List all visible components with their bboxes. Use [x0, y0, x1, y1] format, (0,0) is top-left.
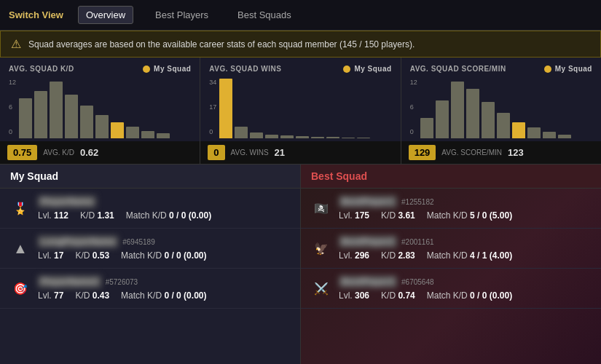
- player-rank-icon: 🎖️: [10, 198, 31, 218]
- bar: [65, 95, 78, 138]
- player-kd: K/D 1.31: [80, 210, 114, 221]
- player-match-kd: Match K/D 0 / 0 (0.00): [126, 210, 211, 221]
- bar: [527, 127, 541, 138]
- player-name: BestPlayer2: [339, 236, 397, 248]
- bar: [280, 135, 294, 138]
- player-kd: K/D 2.83: [381, 250, 415, 261]
- tab-best-squads[interactable]: Best Squads: [230, 7, 299, 23]
- score-y-max: 12: [410, 79, 417, 86]
- chart-kd: AVG. SQUAD K/D My Squad 12 6 0: [0, 58, 200, 164]
- alert-banner: ⚠ Squad averages are based on the availa…: [0, 31, 601, 58]
- wins-y-mid: 17: [209, 103, 216, 111]
- bar: [436, 100, 449, 138]
- bar: [95, 115, 109, 138]
- player-info: BestPlayer3 #6705648 Lvl. 306 K/D 0.74 M…: [339, 276, 591, 301]
- wins-legend-dot: [343, 66, 350, 73]
- player-kd: K/D 0.53: [75, 250, 109, 261]
- player-match-kd: Match K/D 5 / 0 (5.00): [427, 210, 512, 221]
- player-lvl: Lvl. 175: [339, 210, 369, 221]
- wins-stat-highlight: 0: [208, 145, 224, 160]
- bar: [326, 137, 339, 138]
- player-info: PlayerName Lvl. 112 K/D 1.31 Match K/D 0…: [38, 196, 290, 221]
- kd-stat-label: AVG. K/D: [37, 149, 80, 157]
- wins-stat-label: AVG. WINS: [225, 149, 275, 157]
- player-name: PlayerName: [38, 196, 96, 207]
- my-squad-panel: My Squad 🎖️ PlayerName Lvl. 112 K/D 1.31…: [0, 165, 301, 364]
- kd-y-min: 0: [9, 128, 12, 135]
- wins-y-min: 0: [209, 128, 213, 135]
- score-legend-dot: [544, 66, 551, 73]
- score-y-min: 0: [410, 128, 414, 135]
- player-lvl: Lvl. 296: [339, 250, 369, 261]
- chart-score: AVG. SQUAD SCORE/MIN My Squad 12 6 0: [401, 58, 601, 164]
- tab-best-players[interactable]: Best Players: [148, 7, 216, 23]
- player-info: PlayerName3 #5726073 Lvl. 77 K/D 0.43 Ma…: [38, 276, 290, 301]
- player-name-row: LongPlayerName #6945189: [38, 236, 290, 248]
- player-rank-icon: 🦅: [311, 238, 331, 258]
- chart-wins-title: AVG. SQUAD WINS My Squad: [209, 65, 391, 73]
- bar: [34, 91, 47, 138]
- charts-row: AVG. SQUAD K/D My Squad 12 6 0: [0, 58, 601, 165]
- player-match-kd: Match K/D 0 / 0 (0.00): [427, 290, 512, 301]
- player-lvl: Lvl. 306: [339, 290, 369, 301]
- wins-legend: My Squad: [343, 65, 391, 73]
- player-name: PlayerName3: [38, 276, 101, 288]
- best-squad-player-row: ⚔️ BestPlayer3 #6705648 Lvl. 306 K/D 0.7…: [301, 269, 601, 309]
- bar: [296, 136, 309, 138]
- tab-overview[interactable]: Overview: [78, 6, 133, 24]
- kd-legend: My Squad: [143, 65, 191, 73]
- score-stats: 129 AVG. SCORE/MIN 123: [401, 141, 601, 164]
- bar: [50, 82, 63, 138]
- score-stat-label: AVG. SCORE/MIN: [436, 149, 508, 157]
- kd-stat-value: 0.62: [80, 147, 98, 158]
- chart-kd-area: 12 6 0: [9, 73, 191, 138]
- player-stats-row: Lvl. 112 K/D 1.31 Match K/D 0 / 0 (0.00): [38, 210, 290, 221]
- player-name-row: BestPlayer1 #1255182: [339, 196, 591, 207]
- player-name: BestPlayer3: [339, 276, 397, 288]
- player-match-kd: Match K/D 4 / 1 (4.00): [427, 250, 512, 261]
- my-squad-header: My Squad: [0, 165, 300, 189]
- kd-stat-highlight: 0.75: [7, 145, 37, 160]
- top-nav: Switch View Overview Best Players Best S…: [0, 0, 601, 31]
- player-rank-icon: 🏴‍☠️: [311, 198, 331, 218]
- chart-kd-title: AVG. SQUAD K/D My Squad: [9, 65, 191, 73]
- player-lvl: Lvl. 112: [38, 210, 68, 221]
- bar: [420, 118, 433, 138]
- my-squad-player-row: ▲ LongPlayerName #6945189 Lvl. 17 K/D 0.…: [0, 229, 300, 269]
- kd-y-max: 12: [9, 79, 16, 86]
- player-name-row: BestPlayer2 #2001161: [339, 236, 591, 248]
- player-rank-icon: ⚔️: [311, 278, 331, 298]
- chart-score-title: AVG. SQUAD SCORE/MIN My Squad: [410, 65, 592, 73]
- player-name-row: BestPlayer3 #6705648: [339, 276, 591, 288]
- score-legend: My Squad: [544, 65, 592, 73]
- chart-wins-area: 34 17 0: [209, 73, 391, 138]
- player-id: #1255182: [401, 198, 434, 206]
- bar: [311, 137, 324, 138]
- bar: [342, 138, 355, 138]
- bar: [497, 113, 510, 138]
- bar: [250, 132, 263, 138]
- bar: [482, 102, 495, 138]
- player-info: BestPlayer1 #1255182 Lvl. 175 K/D 3.61 M…: [339, 196, 591, 221]
- best-squad-panel: Best Squad 🏴‍☠️ BestPlayer1 #1255182 Lvl…: [301, 165, 601, 364]
- best-squad-player-row: 🏴‍☠️ BestPlayer1 #1255182 Lvl. 175 K/D 3…: [301, 189, 601, 229]
- player-match-kd: Match K/D 0 / 0 (0.00): [121, 290, 206, 301]
- score-y-mid: 6: [410, 103, 414, 111]
- bar-highlight: [111, 122, 124, 138]
- bar: [80, 106, 93, 138]
- bar: [157, 133, 170, 138]
- player-id: #6705648: [401, 278, 434, 286]
- score-stat-value: 123: [508, 147, 524, 158]
- score-stat-highlight: 129: [409, 145, 436, 160]
- bar: [235, 127, 248, 138]
- wins-y-max: 34: [209, 79, 216, 86]
- player-name-row: PlayerName3 #5726073: [38, 276, 290, 288]
- bar: [19, 98, 32, 138]
- chart-score-area: 12 6 0: [410, 73, 592, 138]
- player-id: #5726073: [106, 278, 138, 286]
- player-match-kd: Match K/D 0 / 0 (0.00): [121, 250, 206, 261]
- player-stats-row: Lvl. 296 K/D 2.83 Match K/D 4 / 1 (4.00): [339, 250, 591, 261]
- bar: [357, 138, 370, 138]
- bar: [451, 82, 464, 138]
- wins-stats: 0 AVG. WINS 21: [200, 141, 400, 164]
